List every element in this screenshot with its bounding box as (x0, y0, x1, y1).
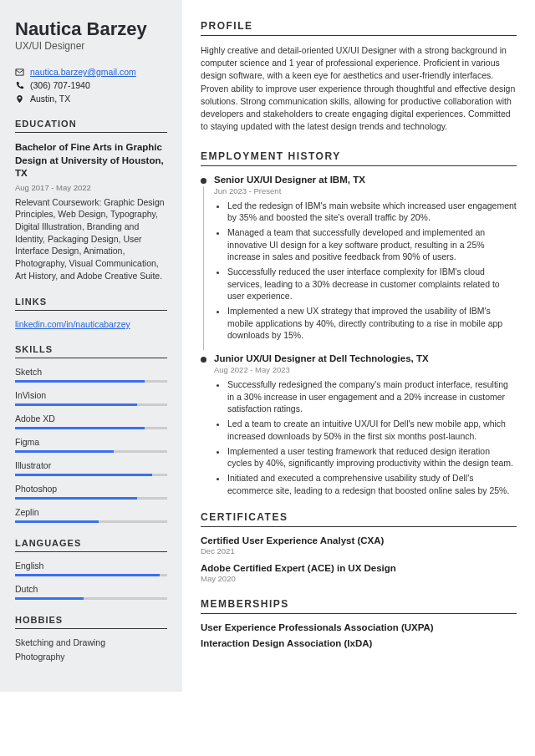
skill-bar-track (15, 403, 167, 406)
job-item: Junior UX/UI Designer at Dell Technologi… (201, 353, 517, 496)
membership-item: Interaction Design Association (IxDA) (201, 638, 517, 648)
certificate-date: May 2020 (201, 574, 517, 583)
location-icon (15, 94, 24, 104)
skills-heading: SKILLS (15, 344, 167, 354)
contact-email-row: nautica.barzey@gmail.com (15, 67, 167, 77)
certificate-date: Dec 2021 (201, 546, 517, 556)
job-title: Junior UX/UI Designer at Dell Technologi… (214, 353, 517, 363)
job-title: Senior UX/UI Designer at IBM, TX (214, 175, 517, 185)
skill-item-label: InVision (15, 390, 167, 400)
job-bullet: Implemented a user testing framework tha… (227, 445, 517, 469)
links-section: LINKS linkedin.com/in/nauticabarzey (15, 297, 167, 329)
job-item: Senior UX/UI Designer at IBM, TXJun 2023… (201, 175, 517, 342)
memberships-section: MEMBERSHIPS User Experience Professional… (201, 598, 517, 648)
profile-section: PROFILE Highly creative and detail-orien… (201, 20, 517, 134)
skill-item: Illustrator (15, 460, 167, 476)
skill-bar-track (15, 574, 167, 576)
job-bullet: Successfully reduced the user interface … (227, 266, 517, 302)
divider (201, 526, 517, 527)
divider (201, 613, 517, 614)
job-bullet: Initiated and executed a comprehensive u… (227, 472, 517, 496)
profile-text: Highly creative and detail-oriented UX/U… (201, 44, 517, 134)
links-heading: LINKS (15, 297, 167, 307)
email-link[interactable]: nautica.barzey@gmail.com (30, 67, 136, 77)
job-title: UX/UI Designer (15, 40, 167, 52)
name: Nautica Barzey (15, 20, 167, 38)
skill-bar-fill (15, 574, 160, 576)
certificates-section: CERTIFICATES Certified User Experience A… (201, 511, 517, 583)
hobbies-heading: HOBBIES (15, 615, 167, 625)
linkedin-link[interactable]: linkedin.com/in/nauticabarzey (15, 319, 130, 329)
education-coursework: Relevant Coursework: Graphic Design Prin… (15, 196, 167, 282)
hobby-item: Sketching and Drawing (15, 637, 167, 647)
phone-text: (306) 707-1940 (30, 80, 90, 90)
skill-bar-track (15, 380, 167, 383)
skill-item-label: Illustrator (15, 460, 167, 470)
employment-section: EMPLOYMENT HISTORY Senior UX/UI Designer… (201, 150, 517, 497)
contact-block: nautica.barzey@gmail.com (306) 707-1940 … (15, 67, 167, 104)
contact-location-row: Austin, TX (15, 94, 167, 104)
job-bullets: Successfully redesigned the company's ma… (214, 378, 517, 496)
location-text: Austin, TX (30, 94, 70, 104)
language-item: Dutch (15, 584, 167, 600)
divider (15, 358, 167, 358)
job-bullet: Implemented a new UX strategy that impro… (227, 305, 517, 342)
language-item: English (15, 561, 167, 576)
divider (15, 628, 167, 629)
education-dates: Aug 2017 - May 2022 (15, 183, 167, 192)
divider (201, 35, 517, 36)
contact-phone-row: (306) 707-1940 (15, 80, 167, 90)
language-item-label: Dutch (15, 584, 167, 594)
job-bullet: Led the redesign of IBM's main website w… (227, 200, 517, 224)
education-heading: EDUCATION (15, 119, 167, 129)
job-bullet: Managed a team that successfully develop… (227, 226, 517, 263)
certificate-title: Certified User Experience Analyst (CXA) (201, 535, 517, 545)
certificates-heading: CERTIFICATES (201, 511, 517, 523)
certificate-item: Adobe Certified Expert (ACE) in UX Desig… (201, 563, 517, 583)
languages-section: LANGUAGES EnglishDutch (15, 538, 167, 600)
skill-item: Figma (15, 437, 167, 453)
divider (15, 132, 167, 133)
divider (201, 165, 517, 166)
certificate-item: Certified User Experience Analyst (CXA)D… (201, 535, 517, 556)
sidebar: Nautica Barzey UX/UI Designer nautica.ba… (0, 0, 182, 692)
skill-bar-track (15, 597, 167, 600)
skill-item: InVision (15, 390, 167, 406)
hobbies-section: HOBBIES Sketching and DrawingPhotography (15, 615, 167, 662)
job-dates: Jun 2023 - Present (214, 186, 517, 195)
skill-bar-track (15, 497, 167, 500)
hobby-item: Photography (15, 652, 167, 662)
skill-bar-track (15, 474, 167, 476)
skill-item-label: Zeplin (15, 507, 167, 517)
job-bullets: Led the redesign of IBM's main website w… (214, 200, 517, 342)
phone-icon (15, 81, 24, 90)
email-icon (15, 68, 24, 77)
skill-item-label: Photoshop (15, 484, 167, 494)
divider (15, 310, 167, 311)
skill-item: Zeplin (15, 507, 167, 523)
skill-item: Photoshop (15, 484, 167, 500)
education-degree: Bachelor of Fine Arts in Graphic Design … (15, 141, 167, 180)
skill-bar-fill (15, 380, 145, 383)
employment-heading: EMPLOYMENT HISTORY (201, 150, 517, 162)
skill-bar-track (15, 450, 167, 453)
skill-bar-track (15, 520, 167, 523)
language-item-label: English (15, 561, 167, 571)
languages-heading: LANGUAGES (15, 538, 167, 548)
skill-bar-fill (15, 427, 145, 429)
membership-item: User Experience Professionals Associatio… (201, 622, 517, 632)
skill-item: Sketch (15, 367, 167, 383)
skill-bar-fill (15, 597, 84, 600)
skill-bar-fill (15, 520, 99, 523)
job-bullet: Successfully redesigned the company's ma… (227, 378, 517, 415)
main-content: PROFILE Highly creative and detail-orien… (182, 0, 535, 692)
skill-item-label: Adobe XD (15, 414, 167, 424)
certificate-title: Adobe Certified Expert (ACE) in UX Desig… (201, 563, 517, 573)
job-bullet: Led a team to create an intuitive UX/UI … (227, 418, 517, 442)
skill-bar-fill (15, 403, 137, 406)
skill-bar-fill (15, 474, 152, 476)
job-dates: Aug 2022 - May 2023 (214, 365, 517, 374)
skill-item: Adobe XD (15, 414, 167, 429)
skill-bar-track (15, 427, 167, 429)
education-section: EDUCATION Bachelor of Fine Arts in Graph… (15, 119, 167, 282)
